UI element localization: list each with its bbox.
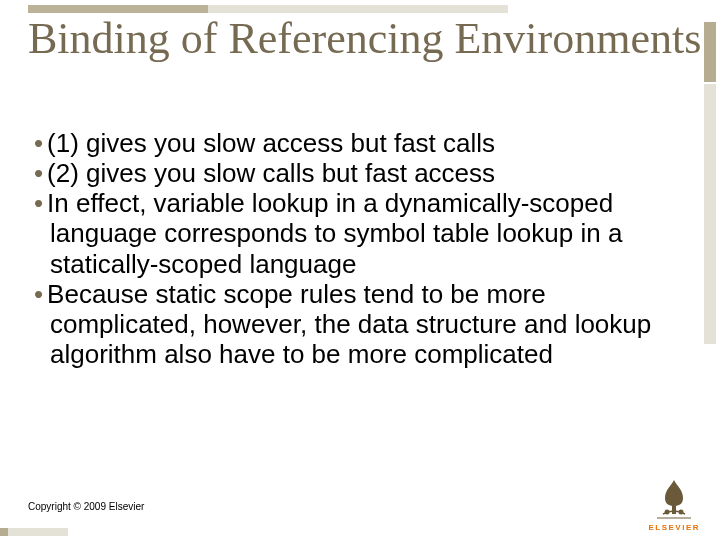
bottom-accent-light bbox=[8, 528, 68, 536]
svg-point-1 bbox=[665, 510, 670, 515]
copyright-text: Copyright © 2009 Elsevier bbox=[28, 501, 144, 512]
bullet-text: Because static scope rules tend to be mo… bbox=[47, 279, 651, 369]
bullet-dot-icon: • bbox=[34, 279, 47, 309]
svg-point-2 bbox=[679, 510, 684, 515]
bullet-dot-icon: • bbox=[34, 158, 47, 188]
right-accent-dark bbox=[704, 22, 716, 82]
bottom-accent-dark bbox=[0, 528, 8, 536]
bullet-item: •(2) gives you slow calls but fast acces… bbox=[34, 158, 686, 188]
top-accent-bar bbox=[28, 5, 508, 13]
slide-title: Binding of Referencing Environments bbox=[28, 16, 701, 62]
bullet-text: (1) gives you slow access but fast calls bbox=[47, 128, 495, 158]
bullet-dot-icon: • bbox=[34, 128, 47, 158]
body-content: •(1) gives you slow access but fast call… bbox=[34, 128, 686, 369]
bullet-item: •(1) gives you slow access but fast call… bbox=[34, 128, 686, 158]
bullet-text: In effect, variable lookup in a dynamica… bbox=[47, 188, 622, 278]
right-accent-light bbox=[704, 84, 716, 344]
publisher-logo-label: ELSEVIER bbox=[648, 523, 700, 532]
accent-segment-light bbox=[208, 5, 508, 13]
bullet-item: •In effect, variable lookup in a dynamic… bbox=[34, 188, 686, 278]
svg-rect-0 bbox=[672, 504, 676, 514]
bullet-item: •Because static scope rules tend to be m… bbox=[34, 279, 686, 369]
elsevier-tree-icon bbox=[651, 476, 697, 522]
bullet-dot-icon: • bbox=[34, 188, 47, 218]
bullet-text: (2) gives you slow calls but fast access bbox=[47, 158, 495, 188]
publisher-logo: ELSEVIER bbox=[648, 476, 700, 532]
accent-segment-dark bbox=[28, 5, 208, 13]
